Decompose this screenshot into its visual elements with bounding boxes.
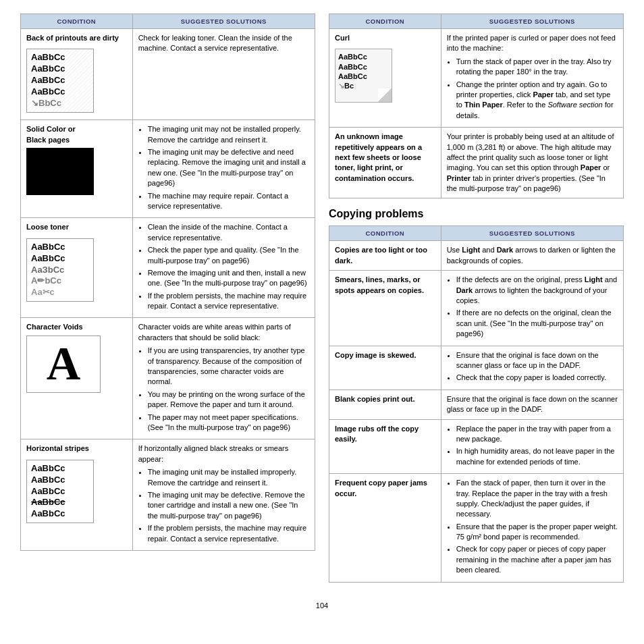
right-col2-header: SUGGESTED SOLUTIONS: [441, 14, 623, 29]
list-item: The paper may not meet paper specificati…: [148, 412, 309, 433]
char-void-sample: A: [26, 336, 101, 393]
list-item: The imaging unit may not be installed pr…: [148, 124, 309, 145]
list-item: Ensure that the paper is the proper pape…: [456, 522, 618, 543]
curl-corner: [378, 88, 392, 102]
list-item: Check that the copy paper is loaded corr…: [456, 373, 618, 383]
condition-label: Curl: [335, 33, 435, 43]
condition-cell: Curl AaBbCcAaBbCcAaBbCc↘Bc: [329, 29, 441, 128]
list-item: Fan the stack of paper, then turn it ove…: [456, 478, 618, 520]
table-row: Horizontal stripes AaBbCcAaBbCcAaBbCcAaB…: [21, 439, 315, 551]
solution-list: Ensure that the original is face down on…: [447, 350, 618, 383]
solution-cell: Your printer is probably being used at a…: [441, 128, 623, 198]
list-item: Check the paper type and quality. (See "…: [148, 245, 309, 266]
list-item: The machine may require repair. Contact …: [148, 191, 309, 212]
condition-cell: An unknown image repetitively appears on…: [329, 128, 441, 198]
solution-cell: Fan the stack of paper, then turn it ove…: [441, 474, 623, 583]
solution-list: If you are using transparencies, try ano…: [138, 346, 309, 433]
dirty-print-sample: AaBbCcAaBbCcAaBbCcAaBbCc↘BbCc: [26, 49, 94, 112]
condition-label: Horizontal stripes: [26, 444, 127, 454]
copying-col1-header: CONDITION: [329, 226, 441, 241]
solution-cell: Ensure that the original is face down on…: [441, 346, 623, 390]
solution-cell: Check for leaking toner. Clean the insid…: [132, 29, 315, 120]
solution-cell: If the defects are on the original, pres…: [441, 271, 623, 346]
solution-cell: If the printed paper is curled or paper …: [441, 29, 623, 128]
condition-label: Back of printouts are dirty: [26, 33, 127, 43]
solution-cell: Character voids are white areas within p…: [132, 318, 315, 439]
left-column: CONDITION SUGGESTED SOLUTIONS Back of pr…: [20, 14, 315, 589]
loose-toner-sample: AaBbCcAaBbCcAaЗbCcA✏bCcAa✂c: [26, 238, 94, 302]
condition-cell: Character Voids A: [21, 318, 133, 439]
copying-section-title: Copying problems: [329, 208, 624, 220]
copying-col2-header: SUGGESTED SOLUTIONS: [441, 226, 623, 241]
list-item: The imaging unit may be defective. Remov…: [148, 490, 309, 521]
condition-cell: Back of printouts are dirty AaBbCcAaBbCc…: [21, 29, 133, 120]
table-row: Smears, lines, marks, or spots appears o…: [329, 271, 624, 346]
curl-sample: AaBbCcAaBbCcAaBbCc↘Bc: [335, 49, 392, 103]
table-row: Character Voids A Character voids are wh…: [21, 318, 315, 439]
solution-list: If the defects are on the original, pres…: [447, 275, 618, 339]
table-row: Copy image is skewed. Ensure that the or…: [329, 346, 624, 390]
copying-table: CONDITION SUGGESTED SOLUTIONS Copies are…: [329, 225, 624, 582]
solution-list: The imaging unit may not be installed pr…: [138, 124, 309, 211]
table-row: Copies are too light or too dark. Use Li…: [329, 241, 624, 271]
list-item: If the problem persists, the machine may…: [148, 523, 309, 544]
list-item: You may be printing on the wrong surface…: [148, 390, 309, 410]
condition-cell: Image rubs off the copy easily.: [329, 419, 441, 474]
page-layout: CONDITION SUGGESTED SOLUTIONS Back of pr…: [20, 14, 624, 589]
condition-cell: Copy image is skewed.: [329, 346, 441, 390]
left-col2-header: SUGGESTED SOLUTIONS: [132, 14, 315, 29]
list-item: Remove the imaging unit and then, instal…: [148, 268, 309, 289]
solution-cell: Ensure that the original is face down on…: [441, 390, 623, 419]
condition-cell: Solid Color orBlack pages: [21, 120, 133, 218]
condition-label: Solid Color orBlack pages: [26, 124, 127, 145]
solution-list: Replace the paper in the tray with paper…: [447, 424, 618, 468]
black-sample: [26, 148, 94, 195]
table-row: Blank copies print out. Ensure that the …: [329, 390, 624, 419]
condition-label: Character Voids: [26, 322, 127, 332]
table-row: Loose toner AaBbCcAaBbCcAaЗbCcA✏bCcAa✂c …: [21, 218, 315, 318]
list-item: Turn the stack of paper over in the tray…: [456, 57, 618, 78]
condition-label: An unknown image repetitively appears on…: [335, 132, 435, 184]
solution-list: The imaging unit may be installed improp…: [138, 467, 309, 544]
solution-cell: If horizontally aligned black streaks or…: [132, 439, 315, 551]
solution-cell: Use Light and Dark arrows to darken or l…: [441, 241, 623, 271]
left-col1-header: CONDITION: [21, 14, 133, 29]
condition-cell: Loose toner AaBbCcAaBbCcAaЗbCcA✏bCcAa✂c: [21, 218, 133, 318]
condition-cell: Copies are too light or too dark.: [329, 241, 441, 271]
right-col1-header: CONDITION: [329, 14, 441, 29]
solution-list: Clean the inside of the machine. Contact…: [138, 222, 309, 311]
table-row: Image rubs off the copy easily. Replace …: [329, 419, 624, 474]
condition-cell: Horizontal stripes AaBbCcAaBbCcAaBbCcAaB…: [21, 439, 133, 551]
list-item: Replace the paper in the tray with paper…: [456, 424, 618, 445]
solution-list: Turn the stack of paper over in the tray…: [447, 57, 618, 121]
right-column: CONDITION SUGGESTED SOLUTIONS Curl AaBbC…: [329, 14, 624, 589]
list-item: If the problem persists, the machine may…: [148, 291, 309, 312]
condition-cell: Blank copies print out.: [329, 390, 441, 419]
table-row: An unknown image repetitively appears on…: [329, 128, 624, 198]
list-item: In high humidity areas, do not leave pap…: [456, 446, 618, 467]
table-row: Solid Color orBlack pages The imaging un…: [21, 120, 315, 218]
list-item: Ensure that the original is face down on…: [456, 350, 618, 371]
horiz-stripes-sample: AaBbCcAaBbCcAaBbCcAaBbCcAaBbCc: [26, 460, 94, 523]
table-row: Curl AaBbCcAaBbCcAaBbCc↘Bc If the printe…: [329, 29, 624, 128]
solution-list: Fan the stack of paper, then turn it ove…: [447, 478, 618, 576]
table-row: Frequent copy paper jams occur. Fan the …: [329, 474, 624, 583]
table-row: Back of printouts are dirty AaBbCcAaBbCc…: [21, 29, 315, 120]
list-item: If there are no defects on the original,…: [456, 308, 618, 339]
solution-cell: Clean the inside of the machine. Contact…: [132, 218, 315, 318]
condition-cell: Frequent copy paper jams occur.: [329, 474, 441, 583]
solution-cell: Replace the paper in the tray with paper…: [441, 419, 623, 474]
list-item: If the defects are on the original, pres…: [456, 275, 618, 306]
list-item: Change the printer option and try again.…: [456, 80, 618, 122]
right-print-table: CONDITION SUGGESTED SOLUTIONS Curl AaBbC…: [329, 14, 624, 198]
page-number: 104: [20, 601, 624, 610]
list-item: If you are using transparencies, try ano…: [148, 346, 309, 387]
solution-cell: The imaging unit may not be installed pr…: [132, 120, 315, 218]
left-table: CONDITION SUGGESTED SOLUTIONS Back of pr…: [20, 14, 315, 551]
list-item: The imaging unit may be installed improp…: [148, 467, 309, 488]
condition-cell: Smears, lines, marks, or spots appears o…: [329, 271, 441, 346]
list-item: The imaging unit may be defective and ne…: [148, 147, 309, 189]
list-item: Check for copy paper or pieces of copy p…: [456, 544, 618, 575]
list-item: Clean the inside of the machine. Contact…: [148, 222, 309, 243]
condition-label: Loose toner: [26, 222, 127, 232]
